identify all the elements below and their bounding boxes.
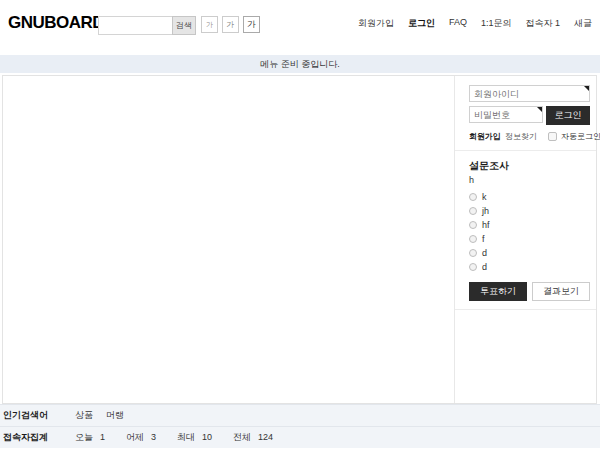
font-size-buttons: 가가가 <box>201 16 260 33</box>
visitor-stats-row: 접속자집계 오늘1어제3최대10전체124 <box>0 426 600 448</box>
login-box: 로그인 회원가입 정보찾기 자동로그인 <box>455 76 596 151</box>
popular-search-items: 상품머랭 <box>75 409 137 422</box>
poll-option-3[interactable]: hf <box>469 218 590 232</box>
poll-option-6[interactable]: d <box>469 260 590 274</box>
visitor-stat: 전체124 <box>233 432 273 442</box>
radio-icon[interactable] <box>469 207 477 215</box>
signup-link[interactable]: 회원가입 <box>469 131 501 142</box>
nav-faq[interactable]: FAQ <box>449 17 467 30</box>
radio-icon[interactable] <box>469 249 477 257</box>
nav-connect[interactable]: 접속자 1 <box>525 17 560 30</box>
required-corner-icon <box>584 86 589 91</box>
radio-icon[interactable] <box>469 263 477 271</box>
main-area: 로그인 회원가입 정보찾기 자동로그인 설문조사 h kjhhffdd 투표하기… <box>2 75 597 404</box>
member-id-input[interactable] <box>469 85 590 102</box>
poll-option-2[interactable]: jh <box>469 204 590 218</box>
popular-search-item[interactable]: 머랭 <box>106 410 124 420</box>
visitor-stat-value: 1 <box>100 432 105 442</box>
poll-option-label: jh <box>482 206 489 216</box>
visitor-stat: 어제3 <box>126 432 156 442</box>
poll-option-1[interactable]: k <box>469 190 590 204</box>
poll-option-label: f <box>482 234 485 244</box>
poll-option-label: hf <box>482 220 490 230</box>
vote-button[interactable]: 투표하기 <box>469 282 527 301</box>
radio-icon[interactable] <box>469 193 477 201</box>
visitor-stat-key: 어제 <box>126 432 144 442</box>
poll-option-4[interactable]: f <box>469 232 590 246</box>
auto-login-label: 자동로그인 <box>561 131 600 142</box>
visitor-stat: 오늘1 <box>75 432 105 442</box>
auto-login-checkbox[interactable] <box>548 132 557 141</box>
popular-search-item[interactable]: 상품 <box>75 410 93 420</box>
font-size-button-1[interactable]: 가 <box>201 16 218 33</box>
visitor-stat-key: 전체 <box>233 432 251 442</box>
search-input[interactable] <box>98 16 172 35</box>
popular-search-row: 인기검색어 상품머랭 <box>0 404 600 426</box>
menu-bar: 메뉴 준비 중입니다. <box>0 55 600 73</box>
required-corner-icon <box>537 107 542 112</box>
main-content-empty <box>3 76 454 403</box>
visitor-stat-key: 최대 <box>177 432 195 442</box>
visitor-stats-items: 오늘1어제3최대10전체124 <box>75 431 294 444</box>
poll-title: 설문조사 <box>469 159 590 173</box>
poll-option-5[interactable]: d <box>469 246 590 260</box>
poll-option-label: d <box>482 262 487 272</box>
search-button[interactable]: 검색 <box>172 16 196 35</box>
visitor-stat: 최대10 <box>177 432 212 442</box>
menu-placeholder-text: 메뉴 준비 중입니다. <box>260 58 340 71</box>
radio-icon[interactable] <box>469 235 477 243</box>
search-form: 검색 <box>98 16 196 35</box>
nav-new-posts[interactable]: 새글 <box>574 17 592 30</box>
sidebar: 로그인 회원가입 정보찾기 자동로그인 설문조사 h kjhhffdd 투표하기… <box>454 76 596 403</box>
nav-qna[interactable]: 1:1문의 <box>481 17 512 30</box>
poll-question: h <box>469 175 590 185</box>
poll-result-button[interactable]: 결과보기 <box>532 282 590 301</box>
visitor-stat-key: 오늘 <box>75 432 93 442</box>
poll-box: 설문조사 h kjhhffdd 투표하기 결과보기 <box>455 151 596 310</box>
password-input[interactable] <box>469 106 543 123</box>
find-info-link[interactable]: 정보찾기 <box>505 131 537 142</box>
header: GNUBOARD5 검색 가가가 회원가입로그인FAQ1:1문의접속자 1새글 <box>0 0 600 55</box>
visitor-stat-value: 124 <box>258 432 273 442</box>
poll-option-label: d <box>482 248 487 258</box>
popular-search-label: 인기검색어 <box>3 409 75 422</box>
visitor-stats-label: 접속자집계 <box>3 431 75 444</box>
radio-icon[interactable] <box>469 221 477 229</box>
header-nav: 회원가입로그인FAQ1:1문의접속자 1새글 <box>358 17 592 30</box>
visitor-stat-value: 10 <box>202 432 212 442</box>
poll-options: kjhhffdd <box>469 190 590 274</box>
nav-login[interactable]: 로그인 <box>408 17 435 30</box>
poll-option-label: k <box>482 192 487 202</box>
visitor-stat-value: 3 <box>151 432 156 442</box>
font-size-button-3[interactable]: 가 <box>243 16 260 33</box>
nav-signup[interactable]: 회원가입 <box>358 17 394 30</box>
font-size-button-2[interactable]: 가 <box>222 16 239 33</box>
login-button[interactable]: 로그인 <box>546 106 590 125</box>
